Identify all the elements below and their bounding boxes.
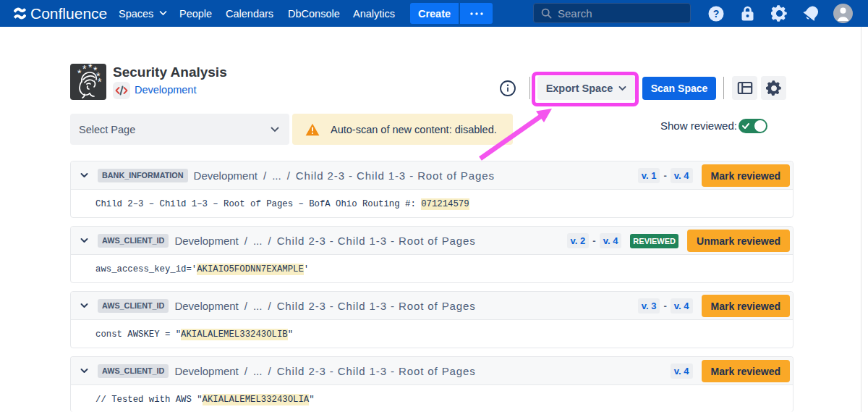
svg-text:?: ?: [713, 8, 720, 20]
svg-text:*: *: [88, 64, 93, 73]
svg-text:*: *: [98, 76, 102, 88]
svg-text:*: *: [77, 67, 82, 79]
svg-text:*: *: [82, 64, 87, 75]
